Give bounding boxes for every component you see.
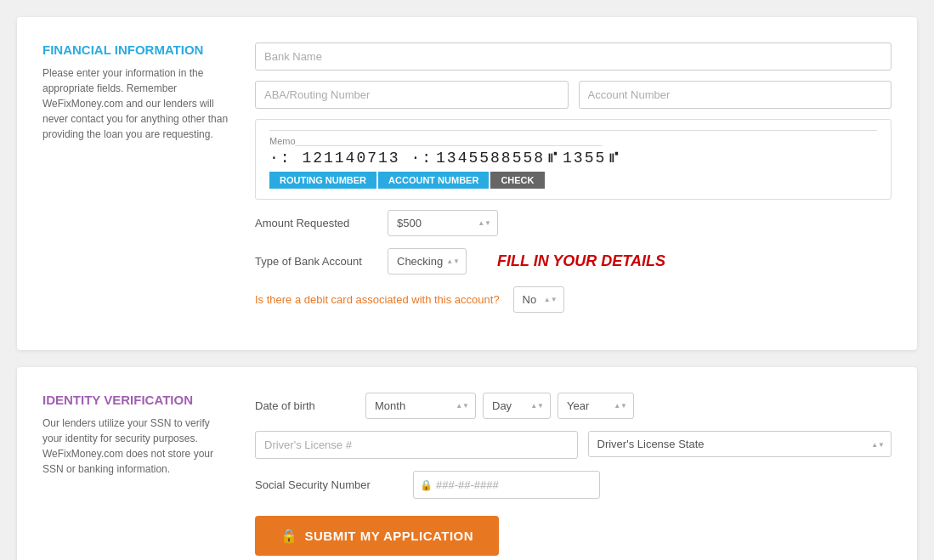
license-row: Driver's License State ALAKAZCA COFLGANY…	[255, 431, 892, 459]
year-select[interactable]: Year 200520001995 199019851980 197519701…	[558, 393, 634, 419]
identity-title-highlight: VERIF	[104, 393, 141, 407]
routing-micr: ·: 121140713 ·:	[269, 150, 433, 167]
month-select[interactable]: Month JanuaryFebruaryMarch AprilMayJune …	[365, 393, 476, 419]
check-num-micr: 1355	[563, 150, 606, 167]
bank-account-select[interactable]: Checking Savings	[388, 248, 467, 274]
debit-select-wrapper: No Yes	[513, 286, 564, 313]
account-label: ACCOUNT NUMBER	[378, 172, 489, 189]
account-number-input[interactable]	[579, 81, 892, 109]
check-labels: ROUTING NUMBER ACCOUNT NUMBER CHECK	[269, 172, 877, 189]
bank-name-row	[255, 42, 892, 71]
routing-label: ROUTING NUMBER	[269, 172, 376, 189]
identity-right: Date of birth Month JanuaryFebruaryMarch…	[255, 393, 892, 556]
identity-title: IDENTITY VERIFICATION	[42, 393, 229, 407]
ssn-input[interactable]	[413, 471, 600, 499]
financial-description: Please enter your information in the app…	[42, 65, 229, 142]
financial-card: FINANCIAL INFORMATION Please enter your …	[17, 17, 917, 350]
amount-select[interactable]: $500 $100 $200 $300 $400 $600 $700 $800 …	[388, 210, 498, 236]
year-select-wrapper: Year 200520001995 199019851980 197519701…	[558, 393, 634, 419]
financial-title-highlight: FIN	[42, 42, 63, 57]
identity-title-normal2: ICATION	[141, 393, 193, 407]
routing-number-input[interactable]	[255, 81, 569, 109]
financial-title-normal2: FORMATION	[127, 42, 204, 57]
license-state-select[interactable]: Driver's License State ALAKAZCA COFLGANY…	[588, 431, 892, 457]
day-select[interactable]: Day 1234 5678 9101520 2528293031	[483, 393, 551, 419]
ssn-label: Social Security Number	[255, 478, 399, 491]
dob-label: Date of birth	[255, 399, 357, 412]
dob-selects: Month JanuaryFebruaryMarch AprilMayJune …	[365, 393, 634, 419]
amount-select-wrapper: $500 $100 $200 $300 $400 $600 $700 $800 …	[388, 210, 498, 236]
ssn-row: Social Security Number 🔒	[255, 471, 892, 499]
amount-row: Amount Requested $500 $100 $200 $300 $40…	[255, 210, 892, 236]
check-numbers: ·: 121140713 ·: 1345588558 ⑈ 1355 ⑈	[269, 150, 877, 167]
identity-card: IDENTITY VERIFICATION Our lenders utiliz…	[17, 367, 917, 560]
debit-select[interactable]: No Yes	[513, 286, 564, 313]
license-state-wrapper: Driver's License State ALAKAZCA COFLGANY…	[588, 431, 892, 459]
bank-account-select-wrapper: Checking Savings	[388, 248, 467, 274]
fill-in-text: FILL IN YOUR DETAILS	[497, 252, 665, 270]
debit-row: Is there a debit card associated with th…	[255, 286, 892, 313]
memo-line: Memo	[269, 136, 877, 146]
financial-layout: FINANCIAL INFORMATION Please enter your …	[42, 42, 892, 325]
license-input[interactable]	[255, 431, 578, 459]
identity-description: Our lenders utilize your SSN to verify y…	[42, 416, 229, 477]
check-label: CHECK	[490, 172, 544, 189]
submit-button[interactable]: 🔒 SUBMIT MY APPLICATION	[255, 516, 499, 556]
ssn-input-wrapper: 🔒	[413, 471, 600, 499]
identity-title-normal: IDENTITY	[42, 393, 104, 407]
day-select-wrapper: Day 1234 5678 9101520 2528293031	[483, 393, 551, 419]
routing-account-row	[255, 81, 892, 109]
dob-row: Date of birth Month JanuaryFebruaryMarch…	[255, 393, 892, 419]
bank-name-input[interactable]	[255, 42, 892, 71]
page-container: FINANCIAL INFORMATION Please enter your …	[17, 17, 917, 560]
check-top-line	[269, 130, 877, 131]
identity-left: IDENTITY VERIFICATION Our lenders utiliz…	[42, 393, 229, 556]
submit-lock-icon: 🔒	[280, 528, 298, 544]
bank-account-label: Type of Bank Account	[255, 255, 374, 268]
month-select-wrapper: Month JanuaryFebruaryMarch AprilMayJune …	[365, 393, 476, 419]
financial-left: FINANCIAL INFORMATION Please enter your …	[42, 42, 229, 325]
financial-right: Memo ·: 121140713 ·: 1345588558 ⑈ 1355 ⑈…	[255, 42, 892, 325]
ssn-lock-icon: 🔒	[420, 479, 433, 491]
micr-sep: ⑈	[548, 150, 559, 167]
account-micr: 1345588558	[436, 150, 545, 167]
submit-label: SUBMIT MY APPLICATION	[305, 529, 474, 543]
micr-end: ⑈	[609, 150, 620, 167]
financial-title-highlight2: IN	[111, 42, 127, 57]
identity-layout: IDENTITY VERIFICATION Our lenders utiliz…	[42, 393, 892, 556]
check-image: Memo ·: 121140713 ·: 1345588558 ⑈ 1355 ⑈…	[255, 119, 892, 200]
amount-label: Amount Requested	[255, 217, 374, 229]
debit-label: Is there a debit card associated with th…	[255, 293, 500, 306]
financial-title: FINANCIAL INFORMATION	[42, 42, 229, 57]
financial-title-normal1: ANCIAL	[63, 42, 110, 57]
bank-account-row: Type of Bank Account Checking Savings FI…	[255, 248, 892, 274]
